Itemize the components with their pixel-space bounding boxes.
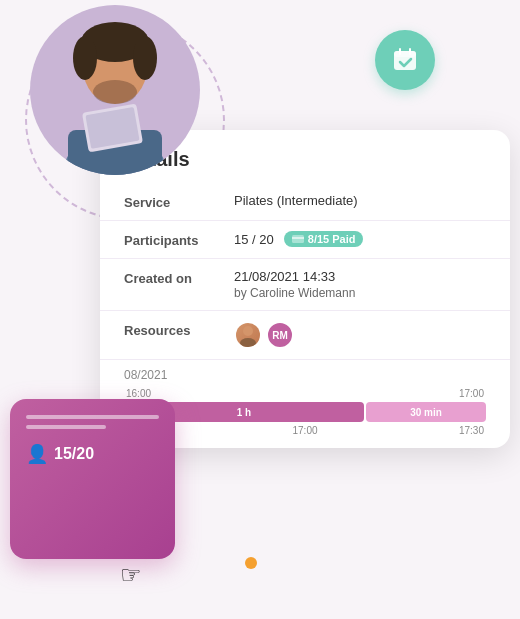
bar-30min: 30 min: [366, 402, 486, 422]
bar-1h-label: 1 h: [237, 407, 251, 418]
avatar-initials: RM: [272, 330, 288, 341]
person-icon: 👤: [26, 443, 48, 465]
svg-point-6: [133, 36, 157, 80]
service-value: Pilates (Intermediate): [234, 193, 486, 208]
person-photo: [30, 0, 200, 210]
bottom-card[interactable]: 👤 15/20: [10, 399, 175, 559]
created-on-row: Created on 21/08/2021 14:33 by Caroline …: [100, 259, 510, 311]
created-on-value: 21/08/2021 14:33 by Caroline Widemann: [234, 269, 486, 300]
timeline-labels-top: 16:00 17:00: [124, 388, 486, 399]
participants-value: 15 / 20 8/15 Paid: [234, 231, 486, 247]
time-label-16: 16:00: [126, 388, 151, 399]
orange-dot-decoration: [245, 557, 257, 569]
svg-point-17: [243, 326, 253, 336]
calendar-bubble: [375, 30, 435, 90]
created-date: 21/08/2021 14:33: [234, 269, 335, 284]
card-line-1: [26, 415, 159, 419]
resource-avatars: RM: [234, 321, 486, 349]
bottom-label-1730: 17:30: [459, 425, 484, 436]
participants-count: 15 / 20: [234, 232, 274, 247]
card-lines: [26, 415, 159, 429]
created-on-label: Created on: [124, 269, 234, 286]
resources-row: Resources RM: [100, 311, 510, 360]
timeline-bar-container: 16:00 17:00 1 h 30 min 16:00 17:00 17:30: [124, 388, 486, 432]
avatar-2: RM: [266, 321, 294, 349]
bottom-label-17: 17:00: [292, 425, 317, 436]
timeline-date: 08/2021: [124, 368, 486, 382]
svg-rect-12: [394, 51, 416, 57]
paid-badge: 8/15 Paid: [284, 231, 364, 247]
scene: Details Service Pilates (Intermediate) P…: [0, 0, 520, 619]
svg-rect-16: [292, 237, 304, 239]
svg-point-5: [73, 36, 97, 80]
cursor-icon: ☞: [120, 561, 142, 589]
paid-badge-text: 8/15 Paid: [308, 233, 356, 245]
resources-value: RM: [234, 321, 486, 349]
svg-point-10: [93, 80, 137, 104]
avatar-1: [234, 321, 262, 349]
card-line-2: [26, 425, 106, 429]
svg-point-18: [240, 338, 256, 347]
created-by: by Caroline Widemann: [234, 286, 486, 300]
participants-label: Participants: [124, 231, 234, 248]
credit-card-icon: [292, 235, 304, 243]
timeline-labels-bottom: 16:00 17:00 17:30: [124, 425, 486, 436]
card-participants-row: 👤 15/20: [26, 443, 159, 465]
bar-30min-label: 30 min: [410, 407, 442, 418]
time-label-17: 17:00: [459, 388, 484, 399]
timeline-date-label: 08/2021: [124, 368, 167, 382]
card-participants-count: 15/20: [54, 445, 94, 463]
resources-label: Resources: [124, 321, 234, 338]
participants-row: Participants 15 / 20 8/15 Paid: [100, 221, 510, 259]
timeline-bars: 1 h 30 min: [124, 402, 486, 422]
